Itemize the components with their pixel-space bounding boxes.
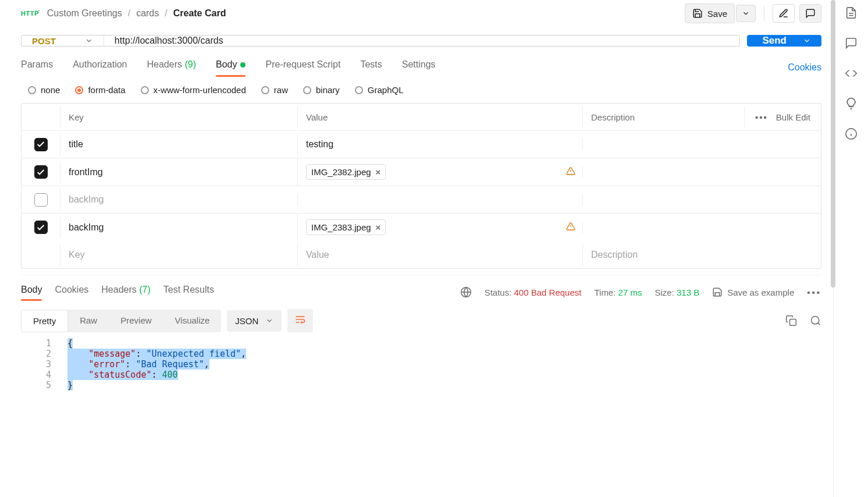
radio-icon	[261, 86, 269, 94]
bodytype-xwww[interactable]: x-www-form-urlencoded	[141, 85, 246, 95]
value-cell[interactable]: testing	[306, 139, 333, 150]
warning-icon	[566, 222, 575, 233]
svg-rect-8	[790, 320, 796, 326]
bodytype-raw[interactable]: raw	[261, 85, 288, 95]
info-button[interactable]	[844, 127, 858, 141]
response-more-button[interactable]: •••	[807, 287, 821, 297]
view-raw[interactable]: Raw	[68, 310, 109, 332]
rtab-test-results[interactable]: Test Results	[163, 285, 214, 300]
svg-line-10	[818, 323, 820, 325]
header-row: HTTP→ Custom Greetings / cards / Create …	[21, 0, 821, 35]
checkbox-checked-icon[interactable]	[34, 138, 48, 151]
response-body-code[interactable]: 1{ 2 "message": "Unexpected field", 3 "e…	[21, 332, 821, 390]
column-options-button[interactable]: •••	[755, 112, 768, 122]
search-icon[interactable]	[810, 315, 821, 326]
new-value-input[interactable]: Value	[297, 244, 582, 266]
breadcrumb-request[interactable]: Create Card	[173, 8, 226, 19]
radio-icon	[303, 86, 311, 94]
separator	[764, 6, 764, 21]
new-desc-input[interactable]: Description	[582, 244, 821, 266]
method-select[interactable]: POST	[22, 36, 104, 46]
globe-icon[interactable]	[460, 286, 472, 298]
col-description: Description	[582, 106, 744, 128]
http-method-badge: HTTP→	[21, 10, 39, 17]
lightbulb-button[interactable]	[844, 97, 858, 111]
wrap-lines-button[interactable]	[287, 309, 313, 332]
file-chip[interactable]: IMG_2382.jpeg×	[306, 164, 386, 180]
col-value: Value	[297, 106, 582, 128]
checkbox-checked-icon[interactable]	[34, 221, 48, 234]
language-select[interactable]: JSON	[227, 310, 282, 332]
desc-cell[interactable]	[582, 166, 821, 178]
code-button[interactable]	[844, 66, 858, 80]
cookies-link[interactable]: Cookies	[788, 62, 821, 73]
tab-params[interactable]: Params	[21, 59, 53, 76]
key-cell[interactable]: title	[60, 133, 297, 155]
chevron-down-icon	[803, 37, 811, 45]
send-button[interactable]: Send	[747, 35, 821, 47]
svg-point-9	[812, 317, 819, 324]
body-type-selector: none form-data x-www-form-urlencoded raw…	[21, 76, 821, 103]
desc-cell[interactable]	[582, 139, 821, 150]
right-rail	[833, 0, 868, 497]
bodytype-none[interactable]: none	[28, 85, 60, 95]
comment-button[interactable]	[799, 4, 821, 23]
save-as-example-button[interactable]: Save as example	[712, 287, 794, 297]
tab-tests[interactable]: Tests	[360, 59, 382, 76]
value-cell-wrap: testing	[297, 133, 582, 155]
tab-headers[interactable]: Headers (9)	[147, 59, 197, 76]
new-key-input[interactable]: Key	[60, 244, 297, 266]
desc-cell[interactable]	[582, 194, 821, 205]
chevron-down-icon	[265, 317, 273, 325]
radio-icon	[75, 86, 83, 94]
breadcrumb-sep: /	[128, 8, 130, 19]
view-visualize[interactable]: Visualize	[163, 310, 222, 332]
checkbox-checked-icon[interactable]	[34, 165, 48, 179]
bulk-edit-button[interactable]: Bulk Edit	[776, 112, 810, 122]
pencil-icon	[778, 8, 789, 19]
save-button[interactable]: Save	[685, 3, 735, 23]
warning-icon	[566, 166, 575, 178]
scrollbar[interactable]	[831, 0, 835, 287]
rtab-headers[interactable]: Headers (7)	[101, 285, 151, 300]
view-mode-group: Pretty Raw Preview Visualize	[21, 310, 221, 332]
view-pretty[interactable]: Pretty	[21, 310, 68, 332]
close-icon[interactable]: ×	[376, 222, 381, 232]
key-cell[interactable]: frontImg	[60, 161, 297, 183]
copy-icon[interactable]	[785, 315, 797, 326]
desc-cell[interactable]	[582, 222, 821, 233]
edit-button[interactable]	[773, 4, 795, 23]
rtab-cookies[interactable]: Cookies	[55, 285, 88, 300]
tab-prerequest[interactable]: Pre-request Script	[265, 59, 340, 76]
wrap-icon	[294, 314, 306, 325]
save-dropdown[interactable]	[736, 5, 756, 22]
table-row-new: Key Value Description	[22, 241, 821, 268]
table-row: frontImgIMG_2382.jpeg×	[22, 158, 821, 186]
key-cell[interactable]: backImg	[60, 189, 297, 211]
view-preview[interactable]: Preview	[109, 310, 163, 332]
file-chip[interactable]: IMG_2383.jpeg×	[306, 219, 386, 235]
breadcrumb-collection[interactable]: Custom Greetings	[47, 8, 122, 19]
chevron-down-icon	[742, 9, 750, 17]
tab-settings[interactable]: Settings	[402, 59, 436, 76]
comment-icon	[805, 8, 816, 19]
response-view-bar: Pretty Raw Preview Visualize JSON	[21, 303, 821, 332]
method-value: POST	[32, 36, 56, 46]
value-cell-wrap: IMG_2382.jpeg×	[297, 158, 582, 186]
url-input[interactable]: http://localhost:3000/cards	[104, 36, 740, 46]
tab-body[interactable]: Body	[216, 59, 246, 76]
rtab-body[interactable]: Body	[21, 285, 42, 300]
bodytype-graphql[interactable]: GraphQL	[355, 85, 404, 95]
breadcrumb-folder[interactable]: cards	[136, 8, 159, 19]
radio-icon	[355, 86, 363, 94]
form-data-table: Key Value Description ••• Bulk Edit titl…	[21, 103, 821, 269]
bodytype-binary[interactable]: binary	[303, 85, 340, 95]
documentation-button[interactable]	[844, 6, 858, 20]
comments-button[interactable]	[844, 36, 858, 50]
response-meta: Status: 400 Bad Request Time: 27 ms Size…	[460, 286, 821, 298]
key-cell[interactable]: backImg	[60, 216, 297, 239]
checkbox-unchecked-icon[interactable]	[34, 193, 48, 207]
tab-authorization[interactable]: Authorization	[73, 59, 127, 76]
bodytype-form-data[interactable]: form-data	[75, 85, 125, 95]
close-icon[interactable]: ×	[376, 167, 381, 177]
